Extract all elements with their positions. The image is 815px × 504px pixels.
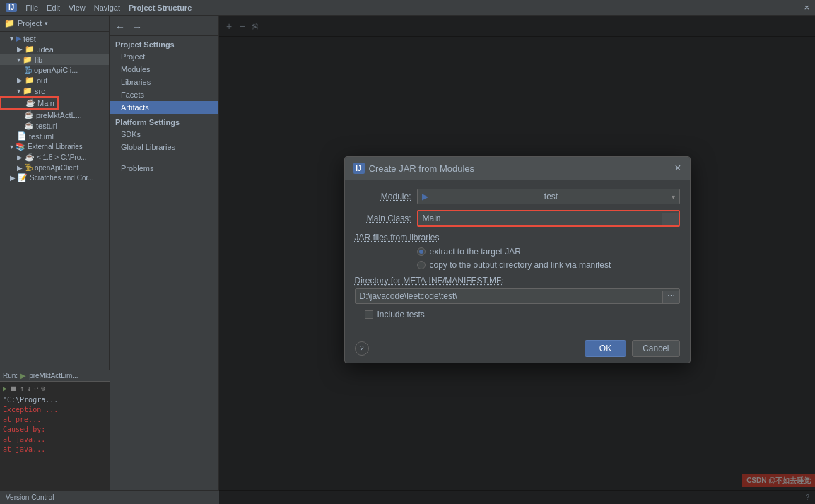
module-control: ▶ test ▾	[417, 189, 680, 204]
structure-panel: ← → Project Settings Project Modules Lib…	[110, 16, 815, 504]
modal-close-button[interactable]: ×	[674, 163, 681, 174]
tree-item-idea[interactable]: ▶ 📁 .idea	[0, 44, 109, 54]
include-tests-checkbox[interactable]	[365, 310, 373, 319]
directory-row: ⋯	[355, 288, 680, 304]
module-row: Module: ▶ test ▾	[355, 189, 680, 204]
main-class-browse-button[interactable]: ⋯	[662, 213, 679, 225]
ok-button[interactable]: OK	[585, 340, 626, 357]
menu-edit[interactable]: Edit	[47, 4, 60, 12]
tree-item-openapicli[interactable]: 🗜 openApiCli...	[0, 65, 109, 75]
main-class-input[interactable]	[418, 211, 662, 225]
console-line-4: Caused by:	[3, 425, 107, 435]
class-icon: ☕	[25, 98, 35, 107]
tree-label: test.iml	[29, 132, 54, 141]
console-panel: Run: ▶ preMktActLim... ▶ ⏹ ↑ ↓ ↩ ⚙ "C:\P…	[0, 370, 110, 490]
cancel-button[interactable]: Cancel	[632, 340, 679, 357]
scroll-down-icon[interactable]: ↓	[27, 385, 31, 392]
wrap-icon[interactable]: ↩	[34, 385, 38, 392]
tree-label: lib	[35, 56, 42, 64]
settings-sidebar: ← → Project Settings Project Modules Lib…	[110, 16, 219, 504]
menu-navigate[interactable]: Navigat	[94, 4, 120, 12]
run-icon: ▶	[20, 372, 26, 380]
module-value: test	[544, 192, 558, 201]
nav-forward-button[interactable]: →	[131, 21, 143, 33]
nav-item-libraries[interactable]: Libraries	[110, 76, 218, 88]
menu-view[interactable]: View	[69, 4, 86, 12]
nav-item-problems[interactable]: Problems	[110, 162, 218, 175]
menu-file[interactable]: File	[25, 4, 38, 12]
platform-settings-section: Platform Settings	[110, 114, 218, 128]
create-jar-modal: IJ Create JAR from Modules × Module: ▶ t…	[344, 156, 691, 363]
tree-item-testiml[interactable]: 📄 test.iml	[0, 131, 109, 141]
directory-browse-button[interactable]: ⋯	[662, 291, 679, 303]
tree-item-lib[interactable]: ▾ 📁 lib	[0, 54, 109, 65]
chevron-icon: ▶	[10, 174, 16, 182]
tree-item-jdk[interactable]: ▶ ☕ < 1.8 > C:\Pro...	[0, 152, 109, 163]
console-line-2: Exception ...	[3, 405, 107, 415]
folder-icon: 📁	[23, 55, 33, 64]
tree-item-test[interactable]: ▾ ▶ test	[0, 33, 109, 44]
radio-extract[interactable]: extract to the target JAR	[417, 247, 680, 257]
jar-files-label: JAR files from libraries	[355, 233, 440, 242]
menu-project-structure[interactable]: Project Structure	[129, 4, 192, 12]
file-tree-header: 📁 Project ▾	[0, 16, 109, 32]
stop-icon[interactable]: ⏹	[10, 385, 17, 392]
directory-label: Directory for META-INF/MANIFEST.MF:	[355, 276, 504, 286]
nav-item-facets[interactable]: Facets	[110, 88, 218, 101]
scroll-up-icon[interactable]: ↑	[20, 385, 24, 392]
help-button[interactable]: ?	[355, 341, 369, 356]
directory-input[interactable]	[356, 289, 662, 303]
tree-label: Main	[37, 99, 54, 107]
file-tree-panel: 📁 Project ▾ ▾ ▶ test ▶ 📁 .idea ▾ 📁 l	[0, 16, 110, 504]
nav-item-modules[interactable]: Modules	[110, 63, 218, 76]
task-label: preMktActLim...	[29, 372, 78, 380]
main-class-label: Main Class:	[355, 213, 411, 223]
modal-footer: ? OK Cancel	[345, 334, 690, 363]
jar-icon: 🗜	[24, 66, 32, 74]
include-tests-row: Include tests	[365, 310, 680, 320]
tree-label: test	[23, 35, 36, 43]
run-again-icon[interactable]: ▶	[3, 385, 7, 392]
nav-back-button[interactable]: ←	[114, 21, 127, 33]
tree-item-openapiclient[interactable]: ▶ 🗜 openApiClient	[0, 163, 109, 172]
title-bar: IJ File Edit View Navigat Project Struct…	[0, 0, 815, 16]
nav-item-global-libraries[interactable]: Global Libraries	[110, 141, 218, 153]
radio-copy-label: copy to the output directory and link vi…	[430, 260, 611, 270]
chevron-down-icon[interactable]: ▾	[45, 20, 48, 27]
project-name: Project	[18, 19, 42, 28]
tree-item-src[interactable]: ▾ 📁 src	[0, 86, 109, 96]
jar-files-section: JAR files from libraries	[355, 233, 680, 242]
modal-title: Create JAR from Modules	[369, 163, 675, 174]
radio-copy[interactable]: copy to the output directory and link vi…	[417, 260, 680, 270]
tree-item-testurl[interactable]: ☕ testurl	[0, 120, 109, 131]
chevron-icon: ▶	[17, 45, 23, 53]
nav-item-sdks[interactable]: SDKs	[110, 128, 218, 141]
project-icon: ▶	[16, 34, 21, 43]
close-button[interactable]: ×	[804, 2, 809, 13]
nav-item-project[interactable]: Project	[110, 50, 218, 63]
radio-copy-btn[interactable]	[417, 261, 426, 269]
main-container: 📁 Project ▾ ▾ ▶ test ▶ 📁 .idea ▾ 📁 l	[0, 16, 815, 504]
directory-section: Directory for META-INF/MANIFEST.MF:	[355, 276, 680, 286]
console-content: ▶ ⏹ ↑ ↓ ↩ ⚙ "C:\Progra... Exception ... …	[0, 382, 110, 456]
module-select[interactable]: ▶ test ▾	[417, 189, 680, 204]
tree-item-out[interactable]: ▶ 📁 out	[0, 75, 109, 86]
tree-item-ext-libs[interactable]: ▾ 📚 External Libraries	[0, 141, 109, 152]
tree-item-scratches[interactable]: ▶ 📝 Scratches and Cor...	[0, 172, 109, 183]
radio-extract-btn[interactable]	[417, 247, 426, 256]
tree-item-premktactl[interactable]: ☕ preMktActL...	[0, 110, 109, 120]
nav-item-artifacts[interactable]: Artifacts	[110, 101, 218, 114]
file-icon: 📄	[17, 131, 27, 141]
tree-label: openApiClient	[35, 164, 78, 172]
chevron-icon: ▾	[10, 35, 13, 42]
folder-icon: 📁	[4, 18, 15, 28]
modal-overlay: IJ Create JAR from Modules × Module: ▶ t…	[219, 16, 815, 504]
scratches-icon: 📝	[18, 173, 28, 182]
menu-bar[interactable]: IJ File Edit View Navigat Project Struct…	[6, 3, 192, 12]
nav-toolbar: ← →	[110, 18, 218, 36]
modal-body: Module: ▶ test ▾ Main Class:	[345, 180, 690, 334]
filter-icon[interactable]: ⚙	[41, 385, 45, 392]
version-control-label[interactable]: Version Control	[6, 493, 54, 501]
main-content-area: + − ⎘ Nothing to ... IJ Create JAR from …	[219, 16, 815, 504]
tree-item-main[interactable]: ☕ Main	[0, 96, 59, 110]
